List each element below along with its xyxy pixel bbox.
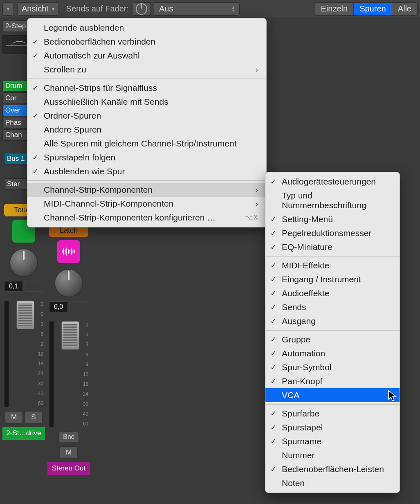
- menu-item[interactable]: Ausschließlich Kanäle mit Sends: [27, 95, 266, 109]
- menu-item[interactable]: Scrollen zu›: [27, 63, 266, 76]
- svg-rect-9: [63, 248, 64, 254]
- menu-item-label: EQ-Miniature: [282, 242, 332, 252]
- segment-einzeln[interactable]: Einzeln: [315, 3, 354, 15]
- chevron-down-icon: ▾: [52, 6, 54, 12]
- svg-rect-15: [73, 250, 74, 254]
- menu-item-label: Spur-Symbol: [282, 362, 331, 372]
- chevron-down-icon: ▾: [7, 6, 9, 12]
- svg-point-5: [20, 236, 22, 237]
- fader-cap[interactable]: [61, 321, 79, 350]
- menu-item-label: Audioeffekte: [282, 288, 329, 298]
- menu-item-label: Nummer: [282, 450, 315, 460]
- checkmark-icon: ✓: [32, 167, 38, 176]
- track-name-label[interactable]: Stereo Out: [47, 462, 90, 475]
- pan-knob[interactable]: [54, 269, 83, 297]
- menu-item[interactable]: Legende ausblenden: [27, 21, 266, 35]
- menu-item[interactable]: Alle Spuren mit gleichem Channel-Strip/I…: [27, 137, 266, 151]
- pan-value[interactable]: 0,0: [49, 302, 68, 312]
- checkmark-icon: ✓: [270, 289, 276, 298]
- fader-area: 00369121824304060: [49, 321, 88, 428]
- svg-rect-13: [70, 250, 70, 253]
- menu-item[interactable]: Channel-Strip-Komponenten›: [27, 183, 266, 197]
- menu-item[interactable]: ✓Bedienoberflächen verbinden: [27, 35, 266, 49]
- track-name-label[interactable]: 2-St…drive: [2, 427, 45, 440]
- checkmark-icon: ✓: [270, 177, 276, 186]
- checkmark-icon: ✓: [32, 153, 38, 162]
- menu-item[interactable]: ✓Spurstapel: [265, 421, 400, 434]
- segment-spuren[interactable]: Spuren: [354, 3, 392, 15]
- menu-item[interactable]: ✓Ordner-Spuren: [27, 109, 266, 123]
- menu-item[interactable]: ✓Ausgang: [265, 314, 400, 328]
- sends-on-fader-select[interactable]: Aus ▴▾: [154, 2, 240, 16]
- checkmark-icon: ✓: [270, 261, 276, 270]
- checkmark-icon: ✓: [270, 423, 276, 432]
- menu-item-label: Spurfarbe: [282, 409, 319, 418]
- fader-scale: 00369121824304060: [33, 301, 43, 407]
- svg-point-6: [23, 236, 25, 237]
- menu-item[interactable]: ✓Automatisch zur Auswahl: [27, 49, 266, 63]
- checkmark-icon: ✓: [270, 303, 276, 312]
- view-menu-button[interactable]: Ansicht ▾: [17, 2, 59, 16]
- level-meter: [4, 301, 9, 407]
- menu-item-label: VCA: [282, 390, 299, 400]
- mute-button[interactable]: M: [5, 411, 23, 423]
- menu-item[interactable]: ✓Audiogerätesteuerungen: [265, 175, 400, 189]
- menu-item[interactable]: Channel-Strip-Komponenten konfigurieren …: [27, 211, 266, 225]
- menu-item[interactable]: ✓Audioeffekte: [265, 286, 400, 300]
- svg-rect-12: [68, 249, 69, 254]
- bounce-button[interactable]: Bnc: [58, 432, 79, 442]
- menu-item[interactable]: Typ und Nummernbeschriftung: [265, 189, 400, 212]
- mixer-toolbar: ▾ Ansicht ▾ Sends auf Fader: Aus ▴▾ Einz…: [0, 0, 420, 18]
- menu-item[interactable]: ✓Sends: [265, 300, 400, 314]
- menu-item[interactable]: ✓Spur-Symbol: [265, 360, 400, 374]
- menu-item[interactable]: ✓EQ-Miniature: [265, 240, 400, 254]
- menu-item[interactable]: ✓Spurfarbe: [265, 407, 400, 421]
- menu-item-label: Channel-Strip-Komponenten konfigurieren …: [44, 213, 216, 223]
- track-icon[interactable]: [57, 240, 80, 263]
- checkmark-icon: ✓: [270, 335, 276, 344]
- menu-item-label: Eingang / Instrument: [282, 274, 361, 284]
- svg-rect-8: [62, 250, 63, 253]
- menu-item-label: Alle Spuren mit gleichem Channel-Strip/I…: [44, 139, 237, 148]
- menu-item-label: Gruppe: [282, 335, 310, 344]
- menu-item[interactable]: VCA: [265, 388, 400, 402]
- mute-button[interactable]: M: [60, 446, 78, 459]
- menu-item[interactable]: ✓Automation: [265, 346, 400, 360]
- menu-item[interactable]: ✓Eingang / Instrument: [265, 272, 400, 286]
- menu-separator: [265, 256, 400, 256]
- menu-item[interactable]: ✓Spurname: [265, 434, 400, 448]
- menu-item[interactable]: Nummer: [265, 448, 400, 462]
- menu-item[interactable]: ✓Setting-Menü: [265, 212, 400, 226]
- menu-item[interactable]: MIDI-Channel-Strip-Komponenten›: [27, 197, 266, 211]
- menu-item-label: Noten: [282, 478, 305, 488]
- checkmark-icon: ✓: [270, 317, 276, 326]
- menu-item-label: Automatisch zur Auswahl: [44, 51, 140, 61]
- value-box[interactable]: [25, 281, 43, 292]
- sends-power-button[interactable]: [132, 2, 151, 16]
- toolbar-left-dropdown[interactable]: ▾: [2, 2, 14, 16]
- solo-button[interactable]: S: [25, 411, 43, 423]
- menu-item[interactable]: ✓Spurstapeln folgen: [27, 151, 266, 164]
- menu-item-label: MIDI-Channel-Strip-Komponenten: [44, 199, 173, 209]
- menu-separator: [265, 404, 400, 405]
- checkmark-icon: ✓: [270, 377, 276, 386]
- svg-rect-16: [74, 250, 75, 253]
- pan-knob[interactable]: [9, 248, 38, 277]
- fader-cap[interactable]: [16, 301, 34, 329]
- menu-item-label: Setting-Menü: [282, 214, 333, 224]
- menu-item[interactable]: ✓MIDI-Effekte: [265, 259, 400, 272]
- pan-value[interactable]: 0,1: [4, 281, 23, 292]
- menu-item[interactable]: ✓Bedienoberflächen-Leisten: [265, 462, 400, 476]
- menu-item[interactable]: ✓Gruppe: [265, 333, 400, 346]
- chevron-right-icon: ›: [256, 200, 258, 208]
- menu-item[interactable]: ✓Pegelreduktionsmesser: [265, 226, 400, 240]
- menu-item-label: Pegelreduktionsmesser: [282, 228, 371, 238]
- value-box[interactable]: [70, 302, 88, 312]
- menu-item[interactable]: ✓Ausblenden wie Spur: [27, 164, 266, 178]
- menu-item[interactable]: Noten: [265, 476, 400, 490]
- menu-item[interactable]: ✓Pan-Knopf: [265, 374, 400, 388]
- menu-item[interactable]: Andere Spuren: [27, 123, 266, 137]
- segment-alle[interactable]: Alle: [392, 3, 417, 15]
- menu-item[interactable]: ✓Channel-Strips für Signalfluss: [27, 81, 266, 95]
- channel-strip-components-submenu: ✓AudiogerätesteuerungenTyp und Nummernbe…: [265, 172, 400, 493]
